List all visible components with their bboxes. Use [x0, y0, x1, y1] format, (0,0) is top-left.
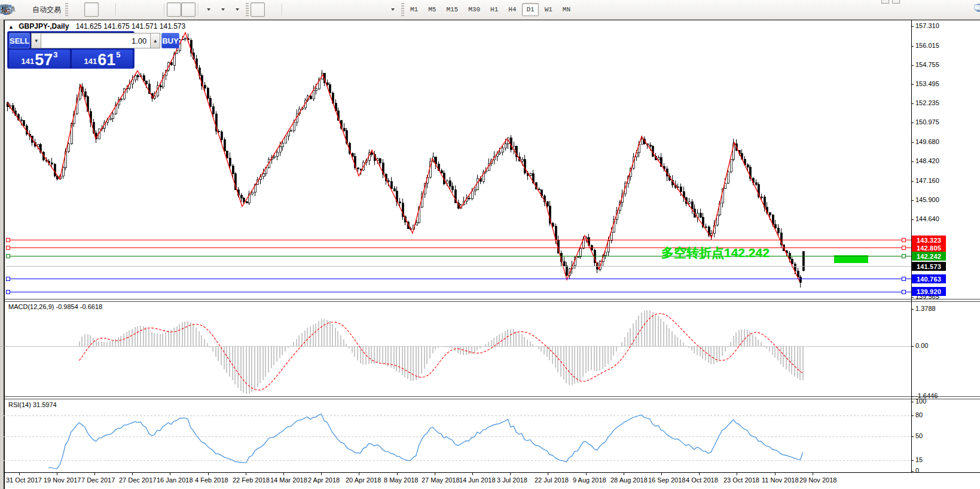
text-label-button[interactable]: T — [371, 2, 385, 17]
date-axis-label: 31 Oct 2017 — [6, 476, 42, 484]
volume-stepper: ▼ ▲ — [31, 33, 160, 48]
vertical-line-button[interactable] — [285, 2, 299, 17]
toolbar: 订单 自动交易 — [0, 0, 980, 20]
chat-icon[interactable] — [974, 3, 980, 14]
date-axis: 31 Oct 201719 Nov 20177 Dec 201727 Dec 2… — [5, 472, 980, 489]
timeframe-m15[interactable]: M15 — [442, 3, 462, 16]
date-axis-label: 20 Apr 2018 — [346, 476, 381, 484]
sell-price[interactable]: 141 57 3 — [9, 50, 70, 68]
price-axis-label: 150.975 — [915, 118, 939, 126]
timeframe-h4[interactable]: H4 — [504, 3, 520, 16]
buy-button[interactable]: BUY — [161, 33, 179, 48]
price-level-tag: 139.920 — [912, 287, 946, 296]
date-axis-label: 7 Dec 2017 — [81, 476, 115, 484]
rsi-axis-label: 15 — [915, 456, 923, 463]
window-close-button[interactable] — [892, 0, 900, 4]
window-restore-button[interactable] — [881, 0, 889, 4]
timeframe-w1[interactable]: W1 — [541, 3, 557, 16]
toolbar-grip — [246, 3, 249, 16]
macd-label: MACD(12,26,9) -0.9854 -0.6618 — [8, 303, 102, 310]
date-axis-label: 16 Jan 2018 — [157, 476, 193, 484]
trendline-button[interactable] — [313, 2, 328, 17]
price-axis-label: 152.235 — [915, 99, 939, 106]
rsi-axis-label: 80 — [915, 411, 923, 418]
cursor-button[interactable] — [251, 2, 265, 17]
main-chart-canvas[interactable] — [0, 20, 911, 299]
price-axis-label: 149.680 — [915, 138, 939, 145]
new-order-icon[interactable] — [16, 2, 30, 17]
price-axis-label: 144.640 — [915, 215, 939, 222]
date-axis-label: 27 Dec 2017 — [119, 476, 156, 484]
date-axis-label: 16 Sep 2018 — [648, 476, 685, 484]
zoom-out-button[interactable] — [133, 2, 147, 17]
templates-dropdown-icon[interactable] — [236, 8, 239, 11]
price-axis-label: 154.755 — [915, 61, 939, 68]
date-axis-label: 27 May 2018 — [422, 476, 460, 484]
date-axis-label: 3 Jul 2018 — [497, 476, 527, 484]
date-axis-label: 8 May 2018 — [384, 476, 418, 484]
sell-price-pips: 57 — [35, 52, 53, 68]
timeframe-h1[interactable]: H1 — [486, 3, 502, 16]
volume-input[interactable] — [41, 33, 150, 48]
date-axis-label: 29 Nov 2018 — [799, 476, 836, 484]
collapse-icon[interactable]: ▲ — [8, 24, 14, 30]
price-level-tag: 142.242 — [912, 252, 946, 261]
equidistant-channel-button[interactable]: E — [328, 2, 342, 17]
price-axis-label: 148.420 — [915, 157, 939, 164]
date-axis-label: 4 Feb 2018 — [195, 476, 228, 484]
price-axis-label: 156.015 — [915, 42, 939, 49]
date-axis-label: 2 Apr 2018 — [308, 476, 340, 484]
indicators-dropdown-icon[interactable] — [207, 8, 210, 11]
price-axis-label: 153.495 — [915, 80, 939, 87]
horizontal-line-button[interactable] — [299, 2, 313, 17]
auto-trading-button[interactable]: 自动交易 — [30, 2, 63, 17]
price-level-tag: 142.805 — [912, 243, 946, 252]
timeframe-m1[interactable]: M1 — [406, 3, 422, 16]
timeframe-m30[interactable]: M30 — [464, 3, 484, 16]
volume-increase-button[interactable]: ▲ — [150, 33, 160, 48]
rsi-canvas[interactable] — [0, 399, 911, 472]
chart-ohlc-values: 141.625 141.675 141.571 141.573 — [76, 22, 186, 30]
date-axis-label: 22 Feb 2018 — [233, 476, 270, 484]
chart-shift-button[interactable] — [181, 2, 196, 17]
indicators-button[interactable] — [201, 2, 215, 17]
zoom-in-button[interactable] — [118, 2, 133, 17]
chart-window[interactable]: ▲ GBPJPY-,Daily 141.625 141.675 141.571 … — [0, 20, 980, 489]
periods-button[interactable] — [215, 2, 230, 17]
toolbar-grip — [401, 3, 404, 16]
rsi-axis-label: 100 — [915, 398, 926, 405]
toolbar-grip — [65, 3, 68, 16]
price-axis-label: 157.310 — [915, 22, 939, 29]
one-click-trading-panel: SELL ▼ ▲ BUY 141 57 3 141 61 5 — [7, 31, 135, 69]
templates-button[interactable] — [230, 2, 244, 17]
timeframe-mn[interactable]: MN — [558, 3, 575, 16]
line-chart-button[interactable] — [99, 2, 113, 17]
text-button[interactable]: A — [356, 2, 371, 17]
date-axis-label: 9 Aug 2018 — [573, 476, 606, 484]
macd-canvas[interactable] — [0, 302, 911, 396]
volume-decrease-button[interactable]: ▼ — [31, 33, 41, 48]
candlestick-chart-button[interactable] — [84, 2, 99, 17]
crosshair-button[interactable] — [265, 2, 279, 17]
buy-price[interactable]: 141 61 5 — [72, 50, 133, 68]
fibonacci-button[interactable]: F — [342, 2, 356, 17]
bar-chart-button[interactable] — [70, 2, 84, 17]
turning-point-annotation[interactable]: 多空转折点142.242 — [661, 244, 770, 261]
arrows-dropdown-icon[interactable] — [391, 8, 395, 11]
arrows-button[interactable] — [385, 2, 399, 17]
sell-button[interactable]: SELL — [9, 33, 30, 48]
tile-windows-button[interactable] — [147, 2, 161, 17]
timeframe-d1[interactable]: D1 — [522, 3, 538, 16]
sell-price-point: 3 — [53, 50, 57, 59]
auto-scroll-button[interactable] — [167, 2, 181, 17]
sell-price-base: 141 — [22, 57, 35, 66]
timeframe-m5[interactable]: M5 — [424, 3, 440, 16]
date-axis-label: 14 Jun 2018 — [459, 476, 496, 484]
periods-dropdown-icon[interactable] — [221, 8, 225, 11]
date-axis-label: 19 Nov 2017 — [44, 476, 81, 484]
date-axis-label: 11 Nov 2018 — [762, 476, 799, 484]
macd-axis-label: 1.3788 — [915, 305, 936, 312]
date-axis-label: 23 Oct 2018 — [723, 476, 759, 484]
macd-axis-label: 0.00 — [915, 342, 928, 349]
price-axis-label: 145.900 — [915, 196, 939, 203]
